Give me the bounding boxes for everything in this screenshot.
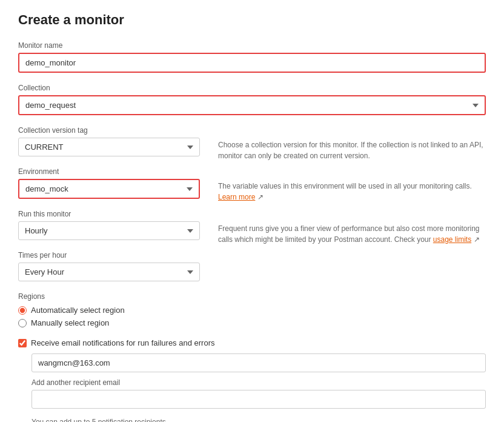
collection-group: Collection demo_request: [18, 84, 486, 115]
add-recipient-group: Add another recipient email: [31, 378, 486, 415]
manual-select-region-radio[interactable]: [18, 319, 27, 327]
monitor-name-label: Monitor name: [18, 41, 486, 50]
collection-label: Collection: [18, 84, 486, 92]
manual-select-region-label: Manually select region: [31, 318, 109, 327]
environment-label: Environment: [18, 167, 200, 176]
collection-version-label: Collection version tag: [18, 126, 200, 135]
add-recipient-input[interactable]: [31, 390, 486, 409]
times-per-hour-group: Times per hour Every Hour: [18, 251, 486, 281]
usage-limits-link[interactable]: usage limits: [433, 235, 471, 244]
regions-section: Regions Automatically select region Manu…: [18, 292, 486, 327]
times-per-hour-select[interactable]: Every Hour: [18, 263, 200, 281]
collection-version-section: Collection version tag CURRENT Choose a …: [18, 126, 486, 167]
add-recipient-label: Add another recipient email: [31, 378, 486, 387]
run-monitor-group: Run this monitor Hourly: [18, 210, 200, 240]
email-input[interactable]: [31, 353, 486, 372]
page-title: Create a monitor: [18, 12, 486, 28]
email-notification-checkbox[interactable]: [18, 339, 27, 347]
environment-info: The variable values in this environment …: [218, 167, 486, 210]
environment-left: Environment demo_mock: [18, 167, 200, 210]
environment-info-text: The variable values in this environment …: [218, 182, 472, 190]
email-notification-checkbox-item: Receive email notifications for run fail…: [18, 338, 486, 347]
times-per-hour-label: Times per hour: [18, 251, 486, 260]
collection-select[interactable]: demo_request: [18, 95, 486, 115]
usage-limits-icon: ↗: [474, 235, 480, 244]
run-monitor-section: Run this monitor Hourly Frequent runs gi…: [18, 210, 486, 251]
manual-select-region-item: Manually select region: [18, 318, 486, 327]
monitor-name-input[interactable]: [18, 53, 486, 73]
collection-version-info-text: Choose a collection version for this mon…: [218, 139, 486, 161]
auto-select-region-item: Automatically select region: [18, 306, 486, 315]
run-monitor-label: Run this monitor: [18, 210, 200, 218]
environment-section: Environment demo_mock The variable value…: [18, 167, 486, 210]
environment-select[interactable]: demo_mock: [18, 179, 200, 199]
collection-version-info: Choose a collection version for this mon…: [218, 126, 486, 167]
collection-version-group: Collection version tag CURRENT: [18, 126, 200, 156]
auto-select-region-radio[interactable]: [18, 306, 27, 315]
email-notification-label: Receive email notifications for run fail…: [31, 338, 214, 347]
run-monitor-left: Run this monitor Hourly: [18, 210, 200, 251]
auto-select-region-label: Automatically select region: [31, 306, 125, 315]
learn-more-link[interactable]: Learn more: [218, 193, 255, 201]
collection-version-left: Collection version tag CURRENT: [18, 126, 200, 167]
regions-label: Regions: [18, 292, 486, 301]
monitor-name-group: Monitor name: [18, 41, 486, 73]
run-monitor-select[interactable]: Hourly: [18, 221, 200, 240]
external-link-icon: ↗: [257, 193, 264, 201]
email-fields-container: Add another recipient email You can add …: [31, 353, 486, 422]
run-monitor-info: Frequent runs give you a finer view of p…: [218, 210, 486, 251]
max-recipients-note: You can add up to 5 notification recipie…: [31, 418, 486, 422]
regions-radio-group: Automatically select region Manually sel…: [18, 306, 486, 327]
collection-version-select[interactable]: CURRENT: [18, 138, 200, 156]
environment-group: Environment demo_mock: [18, 167, 200, 199]
